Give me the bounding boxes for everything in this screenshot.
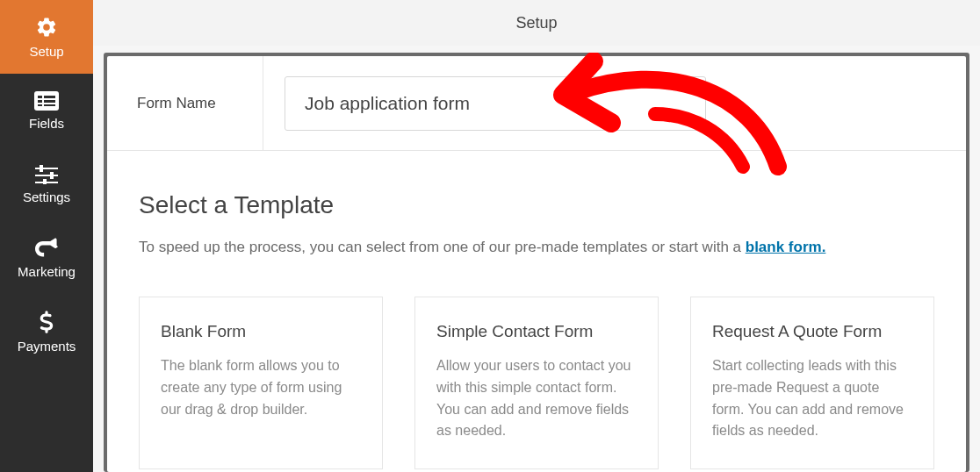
- template-card-title: Simple Contact Form: [436, 322, 637, 341]
- template-card-blank[interactable]: Blank Form The blank form allows you to …: [139, 297, 383, 469]
- template-intro-text: To speed up the process, you can select …: [139, 239, 746, 255]
- sidebar-item-marketing[interactable]: Marketing: [0, 221, 93, 295]
- sidebar-item-label: Payments: [18, 339, 76, 354]
- template-heading: Select a Template: [139, 191, 934, 219]
- svg-rect-12: [43, 179, 47, 184]
- svg-rect-1: [38, 96, 42, 98]
- template-card-request-quote[interactable]: Request A Quote Form Start collecting le…: [690, 297, 934, 469]
- sidebar: Setup Fields Settings Marketing Payments: [0, 0, 93, 472]
- sidebar-item-payments[interactable]: Payments: [0, 295, 93, 368]
- template-card-desc: Allow your users to contact you with thi…: [436, 355, 637, 442]
- topbar: Setup: [93, 0, 980, 46]
- panel: Form Name Select a Template To speed up …: [107, 56, 966, 472]
- svg-rect-5: [38, 104, 42, 106]
- svg-rect-8: [35, 175, 58, 176]
- template-card-simple-contact[interactable]: Simple Contact Form Allow your users to …: [414, 297, 659, 469]
- template-card-title: Request A Quote Form: [712, 322, 912, 341]
- dollar-icon: [40, 311, 54, 333]
- bullhorn-icon: [35, 238, 58, 259]
- main-area: Setup Form Name Select a Template To spe…: [93, 0, 980, 472]
- gear-icon: [35, 16, 58, 39]
- blank-form-link[interactable]: blank form.: [746, 239, 826, 255]
- svg-rect-11: [50, 172, 54, 179]
- svg-rect-7: [35, 168, 58, 169]
- sidebar-item-settings[interactable]: Settings: [0, 147, 93, 221]
- form-name-input[interactable]: [285, 76, 706, 131]
- template-card-title: Blank Form: [161, 322, 361, 341]
- svg-rect-3: [38, 100, 42, 103]
- list-icon: [34, 91, 59, 111]
- template-intro: To speed up the process, you can select …: [139, 239, 934, 256]
- form-name-row: Form Name: [107, 56, 966, 151]
- template-card-desc: The blank form allows you to create any …: [161, 355, 361, 420]
- sidebar-item-label: Marketing: [18, 264, 76, 279]
- svg-rect-2: [44, 96, 55, 98]
- sidebar-item-label: Fields: [29, 116, 64, 131]
- svg-rect-10: [40, 165, 43, 172]
- panel-chrome: Form Name Select a Template To speed up …: [104, 53, 969, 472]
- template-grid: Blank Form The blank form allows you to …: [139, 297, 934, 469]
- svg-rect-4: [44, 100, 55, 103]
- form-name-label: Form Name: [107, 56, 263, 150]
- template-section: Select a Template To speed up the proces…: [107, 151, 966, 469]
- template-card-desc: Start collecting leads with this pre-mad…: [712, 355, 912, 442]
- topbar-title: Setup: [515, 14, 557, 32]
- sliders-icon: [35, 165, 58, 184]
- svg-rect-6: [44, 104, 55, 106]
- sidebar-item-setup[interactable]: Setup: [0, 0, 93, 74]
- sidebar-item-fields[interactable]: Fields: [0, 74, 93, 147]
- sidebar-item-label: Setup: [29, 44, 63, 59]
- sidebar-item-label: Settings: [23, 190, 70, 204]
